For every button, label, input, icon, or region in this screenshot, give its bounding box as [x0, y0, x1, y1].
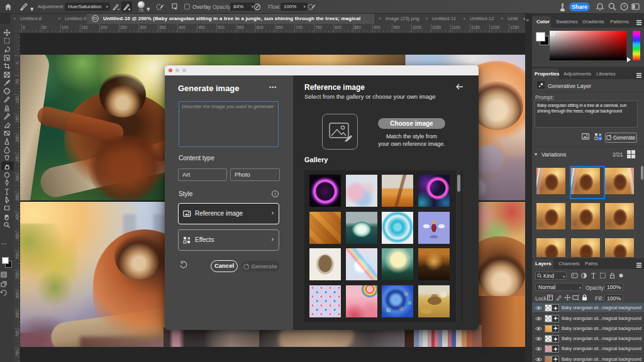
svg-text:?: ?	[623, 4, 626, 9]
